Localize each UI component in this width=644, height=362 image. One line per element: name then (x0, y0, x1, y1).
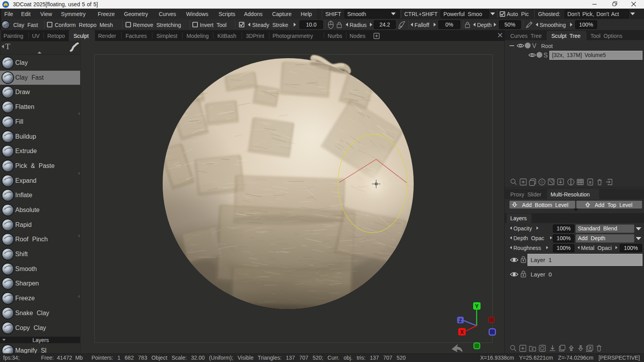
svg-text:Y: Y (475, 303, 479, 309)
svg-text:X: X (460, 329, 464, 335)
svg-text:Z: Z (459, 317, 462, 323)
